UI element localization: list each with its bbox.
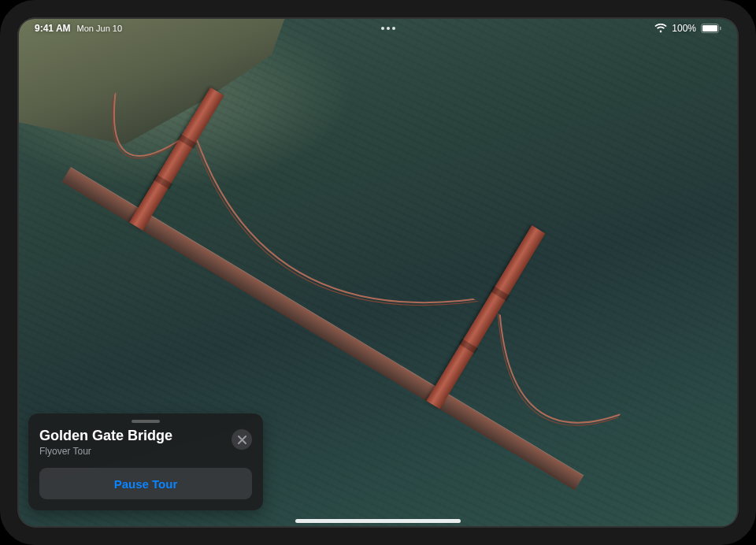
status-bar: 9:41 AM Mon Jun 10 100% bbox=[17, 20, 739, 37]
flyover-tour-card[interactable]: Golden Gate Bridge Flyover Tour Pause To… bbox=[28, 413, 263, 510]
home-indicator[interactable] bbox=[295, 519, 461, 523]
card-grabber[interactable] bbox=[132, 420, 160, 423]
pause-tour-button[interactable]: Pause Tour bbox=[39, 468, 252, 499]
multitasking-menu-button[interactable] bbox=[376, 24, 400, 33]
battery-percent: 100% bbox=[672, 23, 696, 34]
flyover-subtitle: Flyover Tour bbox=[39, 446, 172, 457]
maps-flyover-viewport[interactable]: 9:41 AM Mon Jun 10 100% bbox=[17, 17, 739, 528]
bridge-tower-north bbox=[129, 87, 224, 231]
status-date: Mon Jun 10 bbox=[77, 24, 122, 33]
status-time: 9:41 AM bbox=[35, 23, 71, 34]
close-icon bbox=[238, 436, 246, 444]
flyover-title: Golden Gate Bridge bbox=[39, 428, 172, 445]
battery-icon bbox=[701, 24, 721, 33]
close-button[interactable] bbox=[232, 429, 252, 450]
svg-rect-1 bbox=[702, 25, 717, 32]
svg-rect-2 bbox=[720, 27, 721, 30]
wifi-icon bbox=[654, 24, 667, 33]
